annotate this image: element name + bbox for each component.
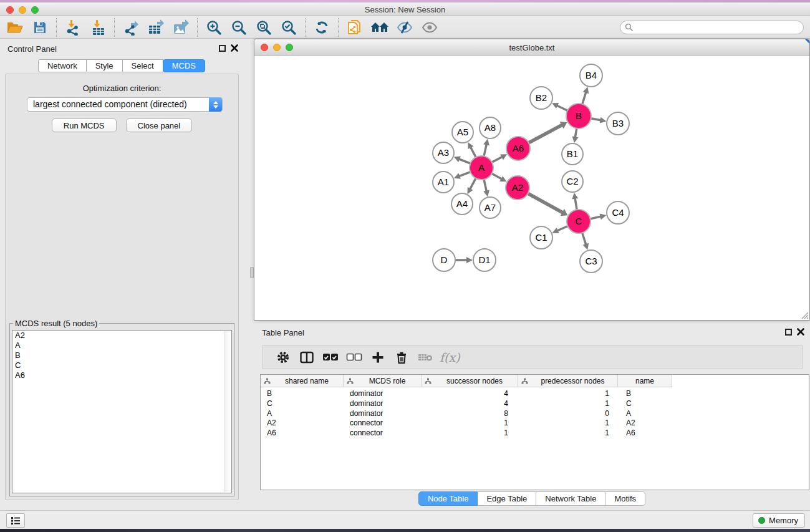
new-network-from-selection-button[interactable] <box>342 17 367 37</box>
tab-motifs[interactable]: Motifs <box>605 491 645 506</box>
show-graphics-details-button[interactable] <box>417 17 442 37</box>
column-view-button[interactable] <box>295 348 319 367</box>
search-input[interactable] <box>620 21 804 34</box>
arrowhead-icon <box>600 117 607 123</box>
tab-network-table[interactable]: Network Table <box>536 491 605 506</box>
graph-node-label-C3: C3 <box>585 256 597 266</box>
table-row-A6[interactable]: A6connector11A6 <box>261 428 672 438</box>
network-graph-canvas[interactable]: B4B2BB3A5A8A6B1A3AC2A1A2A4A7C4CC1C3DD1 <box>254 56 809 320</box>
column-header-label: shared name <box>271 377 343 385</box>
zoom-selected-icon <box>281 19 297 36</box>
column-header-successor-nodes[interactable]: successor nodes <box>422 375 518 387</box>
hide-graphics-details-button[interactable] <box>392 17 417 37</box>
column-header-shared-name[interactable]: shared name <box>261 375 344 387</box>
zoom-in-button[interactable] <box>201 17 226 37</box>
select-stepper-icon <box>209 97 222 112</box>
tab-style[interactable]: Style <box>87 59 123 72</box>
zoom-out-button[interactable] <box>226 17 251 37</box>
network-window-titlebar[interactable]: testGlobe.txt <box>254 39 809 56</box>
column-header-MCDS-role[interactable]: MCDS role <box>344 375 422 387</box>
app-title: Session: New Session <box>0 5 810 14</box>
zoom-selected-button[interactable] <box>276 17 301 37</box>
table-cell: dominator <box>344 389 422 399</box>
tab-mcds[interactable]: MCDS <box>163 59 205 72</box>
refresh-icon <box>314 19 330 36</box>
optimization-criterion-value: largest connected component (directed) <box>33 99 187 109</box>
table-settings-button[interactable] <box>271 348 295 367</box>
table-toolbar: f(x) <box>262 345 803 369</box>
export-network-button[interactable] <box>118 17 143 37</box>
save-session-button[interactable] <box>27 17 52 37</box>
run-mcds-button[interactable]: Run MCDS <box>52 118 117 132</box>
export-image-icon <box>172 19 190 36</box>
table-row-A2[interactable]: A2connector11A2 <box>261 418 672 428</box>
delete-column-button[interactable] <box>390 348 413 367</box>
table-cell: A2 <box>261 418 344 428</box>
graph-node-label-A1: A1 <box>438 177 449 187</box>
mcds-result-item[interactable]: C <box>12 360 231 370</box>
toolbar-separator <box>338 18 339 37</box>
export-network-icon <box>123 19 139 36</box>
float-panel-icon[interactable] <box>219 45 226 52</box>
function-builder-button[interactable]: f(x) <box>437 348 460 367</box>
table-cell: A <box>618 409 672 418</box>
table-cell: A6 <box>261 428 344 438</box>
graph-node-label-C: C <box>576 216 582 226</box>
trash-icon <box>395 351 408 364</box>
tab-edge-table[interactable]: Edge Table <box>478 491 536 506</box>
tab-select[interactable]: Select <box>123 59 163 72</box>
app-titlebar: Session: New Session <box>0 2 810 16</box>
close-panel-button[interactable]: Close panel <box>126 118 193 132</box>
desktop-wallpaper-bottom <box>0 529 810 532</box>
mcds-result-item[interactable]: A <box>12 341 231 351</box>
add-column-button[interactable] <box>366 348 390 367</box>
checked-checkboxes-icon <box>322 353 339 362</box>
close-panel-icon[interactable] <box>231 44 238 52</box>
import-table-button[interactable] <box>85 17 110 37</box>
float-table-panel-icon[interactable] <box>785 329 792 336</box>
deselect-all-columns-button[interactable] <box>342 348 366 367</box>
open-file-button[interactable] <box>2 17 27 37</box>
home-button[interactable] <box>367 17 392 37</box>
table-row-B[interactable]: Bdominator41B <box>261 389 672 399</box>
mcds-result-item[interactable]: B <box>12 351 231 360</box>
close-table-panel-icon[interactable] <box>797 328 804 336</box>
eye-slash-icon <box>396 20 413 35</box>
table-cell: A6 <box>618 428 672 438</box>
graph-node-label-A4: A4 <box>456 198 468 209</box>
import-network-button[interactable] <box>60 17 85 37</box>
columns-icon <box>299 351 314 364</box>
window-resize-grip[interactable] <box>801 311 809 319</box>
task-history-button[interactable] <box>6 513 25 528</box>
graph-node-label-B: B <box>576 110 582 121</box>
column-header-name[interactable]: name <box>618 375 672 387</box>
column-header-label: name <box>618 377 672 385</box>
toolbar-separator <box>197 18 198 37</box>
mcds-result-list: A2ABCA6 <box>12 330 232 493</box>
control-panel-tabs: NetworkStyleSelectMCDS <box>0 59 243 72</box>
tab-network[interactable]: Network <box>38 59 87 72</box>
table-row-C[interactable]: Cdominator41C <box>261 399 672 409</box>
column-type-icon <box>521 378 528 384</box>
arrowhead-icon <box>483 139 489 146</box>
export-image-button[interactable] <box>168 17 193 37</box>
mcds-result-item[interactable]: A6 <box>12 370 231 380</box>
export-table-button[interactable] <box>143 17 168 37</box>
search-icon <box>625 23 634 32</box>
table-row-A[interactable]: Adominator80A <box>261 409 672 418</box>
graph-node-label-C1: C1 <box>535 232 547 243</box>
column-header-predecessor-nodes[interactable]: predecessor nodes <box>518 375 618 387</box>
tab-node-table[interactable]: Node Table <box>418 491 478 506</box>
graph-node-label-C4: C4 <box>612 207 624 218</box>
status-bar: Memory <box>0 510 810 529</box>
table-cell: 4 <box>422 389 518 399</box>
select-all-columns-button[interactable] <box>319 348 342 367</box>
refresh-layout-button[interactable] <box>309 17 334 37</box>
mcds-result-item[interactable]: A2 <box>12 331 231 341</box>
result-list-scrollbar[interactable] <box>224 331 231 492</box>
memory-button[interactable]: Memory <box>753 513 805 528</box>
optimization-criterion-select[interactable]: largest connected component (directed) <box>27 97 223 112</box>
delete-table-button[interactable] <box>413 348 437 367</box>
zoom-fit-button[interactable] <box>251 17 276 37</box>
table-panel-title: Table Panel <box>262 328 304 337</box>
